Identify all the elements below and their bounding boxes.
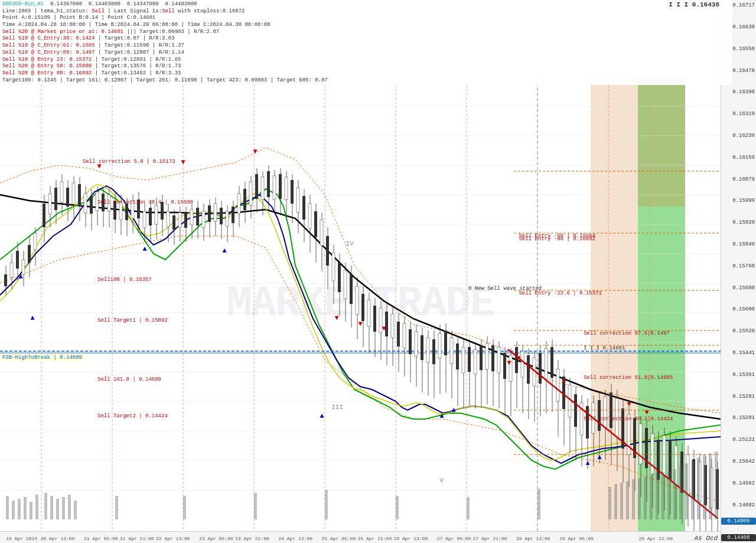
svg-text:▼: ▼ (181, 158, 185, 166)
svg-rect-141 (344, 270, 347, 299)
svg-rect-123 (291, 180, 294, 204)
sell-100-label: Sell100 | 0.15357 (97, 277, 152, 283)
svg-rect-129 (308, 204, 311, 228)
time-27apr-05: 27 Apr 05:00 (437, 536, 471, 541)
svg-rect-324 (662, 472, 664, 519)
svg-rect-53 (84, 194, 87, 213)
svg-text:▼: ▼ (507, 359, 511, 367)
svg-rect-125 (296, 188, 299, 212)
info-line-9: Sell %10 @ Entry 23: 0.15371 | Target:0.… (2, 57, 730, 64)
svg-rect-195 (503, 353, 506, 379)
svg-rect-177 (450, 338, 453, 364)
svg-rect-187 (480, 345, 483, 370)
price-14962: 0.14962 (732, 480, 755, 486)
as-ocd-label: As Ocd (694, 535, 718, 542)
svg-rect-39 (43, 204, 45, 227)
symbol-label: DGEUSD-Bin,H1 (2, 1, 44, 7)
sell-correction-label-1: Sell correction 5.8 | 0.15173 (83, 159, 175, 165)
sell-correction-label-2: Sell correction 38.4 | 0.15000 (97, 199, 193, 205)
svg-rect-51 (78, 184, 81, 205)
sell-correction-518-label: Sell correction 51.8|0.14685 (584, 375, 673, 381)
svg-rect-133 (320, 220, 323, 246)
svg-text:▲: ▲ (18, 273, 23, 281)
svg-rect-320 (638, 478, 641, 519)
price-16638: 0.16638 (732, 24, 755, 30)
svg-text:▼: ▼ (562, 378, 566, 386)
svg-rect-147 (361, 294, 364, 321)
svg-rect-173 (438, 333, 441, 358)
svg-text:▼: ▼ (644, 408, 649, 417)
svg-rect-331 (703, 454, 706, 519)
time-29apr-21: 29 Apr 21:00 (638, 536, 673, 541)
svg-rect-298 (18, 499, 21, 519)
candles-group-5 (255, 165, 323, 272)
info-line-6: Sell %10 @ C_Entry:38: 0.1424 | Target:0… (2, 35, 730, 42)
svg-rect-119 (279, 174, 282, 199)
sell-correction-875-label: Sell correction 87.5|0.1497 (584, 331, 670, 336)
svg-rect-193 (497, 347, 500, 373)
svg-rect-183 (468, 347, 471, 372)
info-line-11: Sell %20 @ Entry 88: 0.16092 | Target:0.… (2, 70, 730, 77)
svg-rect-327 (679, 466, 682, 519)
svg-rect-309 (183, 496, 186, 519)
svg-rect-301 (35, 495, 38, 519)
svg-rect-311 (325, 490, 328, 519)
svg-rect-211 (550, 347, 553, 378)
svg-rect-77 (155, 205, 158, 224)
candles-group-6 (326, 227, 394, 366)
svg-rect-139 (338, 263, 341, 292)
time-23apr-05: 23 Apr 05:00 (199, 536, 233, 541)
time-19apr: 19 Apr 2024 (6, 536, 37, 541)
svg-rect-227 (598, 400, 601, 431)
svg-rect-163 (409, 329, 412, 354)
svg-rect-55 (90, 196, 93, 214)
svg-rect-305 (62, 497, 65, 519)
svg-rect-330 (697, 457, 700, 519)
svg-rect-323 (656, 473, 659, 519)
svg-rect-207 (539, 353, 542, 384)
info-line-2: Line:2865 | tema_h1_status: Sell | Last … (2, 8, 730, 15)
time-21apr-21: 21 Apr 21:00 (120, 536, 154, 541)
price-15441: 0.15441 (732, 350, 755, 356)
candles-group-4 (184, 176, 252, 242)
fsb-label: FSB-HighToBreak | 0.14809 (1, 354, 83, 361)
info-bar: DGEUSD-Bin,H1 0.14367000 0.14403000 0.14… (0, 0, 732, 85)
svg-rect-223 (586, 406, 589, 439)
svg-rect-37 (34, 233, 37, 250)
svg-rect-135 (326, 236, 329, 266)
time-24apr-13: 24 Apr 13:00 (278, 536, 312, 541)
svg-rect-201 (521, 351, 524, 377)
svg-rect-159 (397, 322, 400, 346)
svg-rect-302 (44, 493, 47, 519)
svg-rect-95 (208, 205, 211, 222)
svg-rect-107 (243, 189, 246, 210)
info-line-1: DGEUSD-Bin,H1 0.14367000 0.14403000 0.14… (2, 1, 730, 8)
svg-text:▲: ▲ (142, 245, 147, 253)
svg-rect-171 (432, 339, 435, 364)
svg-rect-73 (143, 211, 146, 228)
svg-rect-85 (178, 212, 181, 227)
svg-rect-217 (568, 385, 571, 417)
svg-rect-322 (650, 475, 653, 519)
svg-rect-209 (545, 348, 548, 379)
svg-rect-169 (426, 338, 429, 362)
time-27apr-21: 27 Apr 21:00 (473, 536, 507, 541)
svg-rect-99 (220, 208, 223, 224)
wave-label-iii: III (331, 404, 343, 411)
price-current-highlight: 0.14809 (721, 518, 756, 525)
time-20apr-13: 20 Apr 13:00 (41, 536, 75, 541)
svg-text:▲: ▲ (222, 247, 227, 255)
price-16079: 0.16079 (732, 176, 755, 182)
price-16159: 0.16159 (732, 155, 755, 161)
svg-rect-189 (485, 344, 488, 369)
svg-rect-31 (16, 251, 19, 269)
svg-rect-229 (604, 397, 607, 427)
svg-rect-310 (254, 493, 257, 519)
svg-rect-321 (644, 477, 647, 519)
time-23apr-21: 23 Apr 21:00 (235, 536, 269, 541)
main-chart[interactable]: MARKETTRADE .candle-body-bear { fill: #3… (0, 77, 721, 531)
info-line-8: Sell %10 @ C_Entry:88: 0.1497 | Target:0… (2, 50, 730, 57)
price-15760: 0.15760 (732, 263, 755, 269)
svg-rect-245 (651, 434, 654, 474)
price-15600: 0.15600 (732, 306, 755, 312)
